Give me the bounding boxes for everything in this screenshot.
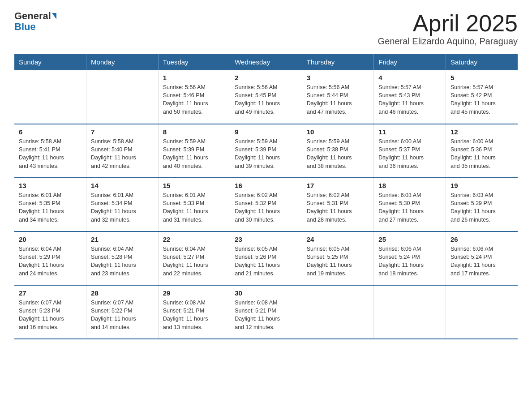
- day-info: Sunrise: 6:08 AM Sunset: 5:21 PM Dayligh…: [235, 299, 297, 331]
- day-number: 13: [19, 182, 82, 189]
- day-number: 2: [235, 74, 297, 81]
- calendar-cell: 14Sunrise: 6:01 AM Sunset: 5:34 PM Dayli…: [86, 178, 159, 231]
- day-info: Sunrise: 5:58 AM Sunset: 5:41 PM Dayligh…: [19, 137, 82, 170]
- calendar-cell: 20Sunrise: 6:04 AM Sunset: 5:29 PM Dayli…: [14, 231, 86, 285]
- calendar-cell: 9Sunrise: 5:59 AM Sunset: 5:39 PM Daylig…: [230, 124, 302, 178]
- calendar-cell: 5Sunrise: 5:57 AM Sunset: 5:42 PM Daylig…: [446, 70, 518, 124]
- day-number: 12: [450, 128, 513, 136]
- calendar-week-row: 20Sunrise: 6:04 AM Sunset: 5:29 PM Dayli…: [14, 231, 518, 285]
- day-info: Sunrise: 6:02 AM Sunset: 5:31 PM Dayligh…: [307, 191, 369, 224]
- day-number: 30: [235, 289, 297, 297]
- calendar-cell: 26Sunrise: 6:06 AM Sunset: 5:24 PM Dayli…: [446, 231, 518, 285]
- calendar-cell: [86, 70, 159, 124]
- weekday-sunday: Sunday: [14, 54, 86, 70]
- day-info: Sunrise: 6:05 AM Sunset: 5:25 PM Dayligh…: [307, 245, 369, 278]
- day-number: 1: [163, 74, 226, 81]
- day-info: Sunrise: 6:01 AM Sunset: 5:34 PM Dayligh…: [91, 191, 154, 224]
- calendar-cell: 11Sunrise: 6:00 AM Sunset: 5:37 PM Dayli…: [374, 124, 446, 178]
- page-subtitle: General Elizardo Aquino, Paraguay: [378, 36, 518, 47]
- page-header: General Blue April 2025 General Elizardo…: [14, 11, 518, 47]
- calendar-body: 1Sunrise: 5:56 AM Sunset: 5:46 PM Daylig…: [14, 70, 518, 339]
- day-number: 15: [163, 182, 226, 189]
- weekday-monday: Monday: [86, 54, 159, 70]
- weekday-tuesday: Tuesday: [158, 54, 230, 70]
- day-info: Sunrise: 6:07 AM Sunset: 5:23 PM Dayligh…: [19, 299, 82, 331]
- weekday-row: SundayMondayTuesdayWednesdayThursdayFrid…: [14, 54, 518, 70]
- day-info: Sunrise: 5:56 AM Sunset: 5:44 PM Dayligh…: [307, 83, 369, 116]
- calendar-cell: 13Sunrise: 6:01 AM Sunset: 5:35 PM Dayli…: [14, 178, 86, 231]
- day-info: Sunrise: 6:04 AM Sunset: 5:27 PM Dayligh…: [163, 245, 226, 278]
- day-info: Sunrise: 5:58 AM Sunset: 5:40 PM Dayligh…: [91, 137, 154, 170]
- calendar-cell: 29Sunrise: 6:08 AM Sunset: 5:21 PM Dayli…: [158, 285, 230, 339]
- day-info: Sunrise: 6:02 AM Sunset: 5:32 PM Dayligh…: [235, 191, 297, 224]
- calendar-week-row: 27Sunrise: 6:07 AM Sunset: 5:23 PM Dayli…: [14, 285, 518, 339]
- day-number: 14: [91, 182, 154, 189]
- day-number: 7: [91, 128, 154, 136]
- calendar-cell: 24Sunrise: 6:05 AM Sunset: 5:25 PM Dayli…: [302, 231, 374, 285]
- day-number: 25: [378, 235, 441, 243]
- day-number: 16: [235, 182, 297, 189]
- calendar-cell: 22Sunrise: 6:04 AM Sunset: 5:27 PM Dayli…: [158, 231, 230, 285]
- day-number: 26: [450, 235, 513, 243]
- day-number: 20: [19, 235, 82, 243]
- calendar-cell: 2Sunrise: 5:56 AM Sunset: 5:45 PM Daylig…: [230, 70, 302, 124]
- day-info: Sunrise: 6:06 AM Sunset: 5:24 PM Dayligh…: [378, 245, 441, 278]
- calendar-cell: 30Sunrise: 6:08 AM Sunset: 5:21 PM Dayli…: [230, 285, 302, 339]
- day-info: Sunrise: 5:59 AM Sunset: 5:39 PM Dayligh…: [163, 137, 226, 170]
- calendar-cell: 10Sunrise: 5:59 AM Sunset: 5:38 PM Dayli…: [302, 124, 374, 178]
- logo-triangle-icon: [52, 13, 56, 19]
- day-info: Sunrise: 6:01 AM Sunset: 5:33 PM Dayligh…: [163, 191, 226, 224]
- day-number: 24: [307, 235, 369, 243]
- calendar-cell: [374, 285, 446, 339]
- calendar-cell: 15Sunrise: 6:01 AM Sunset: 5:33 PM Dayli…: [158, 178, 230, 231]
- day-info: Sunrise: 6:01 AM Sunset: 5:35 PM Dayligh…: [19, 191, 82, 224]
- day-info: Sunrise: 6:08 AM Sunset: 5:21 PM Dayligh…: [163, 299, 226, 331]
- calendar-cell: 4Sunrise: 5:57 AM Sunset: 5:43 PM Daylig…: [374, 70, 446, 124]
- calendar-cell: 25Sunrise: 6:06 AM Sunset: 5:24 PM Dayli…: [374, 231, 446, 285]
- calendar-cell: 19Sunrise: 6:03 AM Sunset: 5:29 PM Dayli…: [446, 178, 518, 231]
- day-number: 23: [235, 235, 297, 243]
- title-block: April 2025 General Elizardo Aquino, Para…: [378, 11, 518, 47]
- calendar-cell: [14, 70, 86, 124]
- day-number: 28: [91, 289, 154, 297]
- calendar-cell: 28Sunrise: 6:07 AM Sunset: 5:22 PM Dayli…: [86, 285, 159, 339]
- calendar-cell: 17Sunrise: 6:02 AM Sunset: 5:31 PM Dayli…: [302, 178, 374, 231]
- day-info: Sunrise: 6:04 AM Sunset: 5:29 PM Dayligh…: [19, 245, 82, 278]
- calendar-cell: 21Sunrise: 6:04 AM Sunset: 5:28 PM Dayli…: [86, 231, 159, 285]
- day-number: 6: [19, 128, 82, 136]
- calendar-week-row: 6Sunrise: 5:58 AM Sunset: 5:41 PM Daylig…: [14, 124, 518, 178]
- day-info: Sunrise: 5:56 AM Sunset: 5:46 PM Dayligh…: [163, 83, 226, 116]
- calendar-header: SundayMondayTuesdayWednesdayThursdayFrid…: [14, 54, 518, 70]
- day-info: Sunrise: 6:05 AM Sunset: 5:26 PM Dayligh…: [235, 245, 297, 278]
- calendar-cell: 1Sunrise: 5:56 AM Sunset: 5:46 PM Daylig…: [158, 70, 230, 124]
- calendar-cell: 12Sunrise: 6:00 AM Sunset: 5:36 PM Dayli…: [446, 124, 518, 178]
- page-title: April 2025: [378, 11, 518, 36]
- weekday-thursday: Thursday: [302, 54, 374, 70]
- logo-general: General: [14, 11, 51, 21]
- calendar-week-row: 1Sunrise: 5:56 AM Sunset: 5:46 PM Daylig…: [14, 70, 518, 124]
- day-info: Sunrise: 5:57 AM Sunset: 5:43 PM Dayligh…: [378, 83, 441, 116]
- day-number: 8: [163, 128, 226, 136]
- day-info: Sunrise: 5:59 AM Sunset: 5:39 PM Dayligh…: [235, 137, 297, 170]
- day-number: 21: [91, 235, 154, 243]
- calendar-cell: 8Sunrise: 5:59 AM Sunset: 5:39 PM Daylig…: [158, 124, 230, 178]
- calendar-cell: 16Sunrise: 6:02 AM Sunset: 5:32 PM Dayli…: [230, 178, 302, 231]
- day-info: Sunrise: 6:07 AM Sunset: 5:22 PM Dayligh…: [91, 299, 154, 331]
- day-number: 19: [450, 182, 513, 189]
- calendar-cell: 23Sunrise: 6:05 AM Sunset: 5:26 PM Dayli…: [230, 231, 302, 285]
- day-number: 27: [19, 289, 82, 297]
- weekday-wednesday: Wednesday: [230, 54, 302, 70]
- calendar-cell: [446, 285, 518, 339]
- day-number: 22: [163, 235, 226, 243]
- calendar-cell: 3Sunrise: 5:56 AM Sunset: 5:44 PM Daylig…: [302, 70, 374, 124]
- day-number: 9: [235, 128, 297, 136]
- weekday-saturday: Saturday: [446, 54, 518, 70]
- day-number: 11: [378, 128, 441, 136]
- day-info: Sunrise: 6:00 AM Sunset: 5:37 PM Dayligh…: [378, 137, 441, 170]
- calendar-cell: 7Sunrise: 5:58 AM Sunset: 5:40 PM Daylig…: [86, 124, 159, 178]
- day-info: Sunrise: 5:56 AM Sunset: 5:45 PM Dayligh…: [235, 83, 297, 116]
- calendar-cell: [302, 285, 374, 339]
- calendar-cell: 27Sunrise: 6:07 AM Sunset: 5:23 PM Dayli…: [14, 285, 86, 339]
- day-number: 4: [378, 74, 441, 81]
- day-info: Sunrise: 5:59 AM Sunset: 5:38 PM Dayligh…: [307, 137, 369, 170]
